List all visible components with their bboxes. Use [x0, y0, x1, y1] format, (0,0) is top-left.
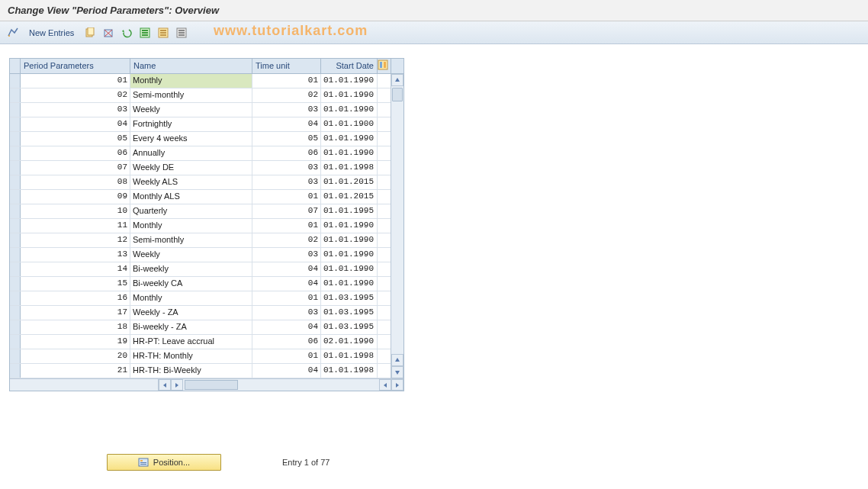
- cell-name[interactable]: Weekly: [130, 248, 252, 262]
- hscroll-left-icon[interactable]: [159, 379, 171, 391]
- cell-time-unit[interactable]: 07: [252, 204, 321, 218]
- cell-name[interactable]: Weekly: [130, 103, 252, 117]
- cell-name[interactable]: Monthly: [130, 291, 252, 305]
- scroll-track[interactable]: [391, 86, 403, 354]
- row-selector[interactable]: [10, 132, 21, 146]
- row-selector[interactable]: [10, 248, 21, 262]
- table-row[interactable]: 02Semi-monthly0201.01.1990: [10, 88, 403, 103]
- cell-start-date[interactable]: 01.01.1990: [321, 219, 378, 233]
- row-selector[interactable]: [10, 219, 21, 233]
- cell-period-param[interactable]: 03: [21, 103, 130, 117]
- row-selector[interactable]: [10, 335, 21, 349]
- cell-start-date[interactable]: 01.01.1990: [321, 262, 378, 276]
- cell-start-date[interactable]: 01.03.1995: [321, 320, 378, 334]
- cell-period-param[interactable]: 16: [21, 291, 130, 305]
- cell-time-unit[interactable]: 01: [252, 219, 321, 233]
- table-row[interactable]: 19HR-PT: Leave accrual0602.01.1990: [10, 335, 403, 349]
- cell-start-date[interactable]: 01.01.1990: [321, 103, 378, 117]
- table-row[interactable]: 20HR-TH: Monthly0101.01.1998: [10, 349, 403, 364]
- cell-name[interactable]: Monthly ALS: [130, 190, 252, 204]
- cell-period-param[interactable]: 07: [21, 161, 130, 175]
- cell-time-unit[interactable]: 01: [252, 349, 321, 363]
- row-selector[interactable]: [10, 103, 21, 117]
- cell-time-unit[interactable]: 04: [252, 364, 321, 378]
- table-row[interactable]: 03Weekly0301.01.1990: [10, 103, 403, 117]
- cell-period-param[interactable]: 21: [21, 364, 130, 378]
- cell-name[interactable]: Semi-monthly: [130, 233, 252, 247]
- cell-time-unit[interactable]: 04: [252, 117, 321, 131]
- cell-period-param[interactable]: 02: [21, 88, 130, 102]
- cell-name[interactable]: Every 4 weeks: [130, 132, 252, 146]
- header-period-parameters[interactable]: Period Parameters: [21, 59, 130, 73]
- cell-period-param[interactable]: 01: [21, 74, 130, 88]
- row-selector[interactable]: [10, 88, 21, 102]
- scroll-thumb[interactable]: [392, 88, 403, 101]
- cell-name[interactable]: HR-TH: Bi-Weekly: [130, 364, 252, 378]
- cell-period-param[interactable]: 09: [21, 190, 130, 204]
- cell-name[interactable]: Semi-monthly: [130, 88, 252, 102]
- cell-name[interactable]: Bi-weekly CA: [130, 277, 252, 291]
- cell-time-unit[interactable]: 01: [252, 74, 321, 88]
- table-row[interactable]: 17Weekly - ZA0301.03.1995: [10, 306, 403, 320]
- cell-period-param[interactable]: 06: [21, 146, 130, 160]
- cell-period-param[interactable]: 04: [21, 117, 130, 131]
- cell-name[interactable]: Bi-weekly - ZA: [130, 320, 252, 334]
- cell-start-date[interactable]: 01.03.1995: [321, 291, 378, 305]
- row-selector[interactable]: [10, 262, 21, 276]
- delete-icon[interactable]: [101, 26, 115, 40]
- cell-start-date[interactable]: 01.01.2015: [321, 175, 378, 189]
- header-time-unit[interactable]: Time unit: [252, 59, 321, 73]
- cell-time-unit[interactable]: 02: [252, 88, 321, 102]
- cell-name[interactable]: Fortnightly: [130, 117, 252, 131]
- cell-name[interactable]: Bi-weekly: [130, 262, 252, 276]
- cell-start-date[interactable]: 01.01.1998: [321, 161, 378, 175]
- table-row[interactable]: 09Monthly ALS0101.01.2015: [10, 190, 403, 204]
- cell-time-unit[interactable]: 01: [252, 291, 321, 305]
- table-row[interactable]: 12Semi-monthly0201.01.1990: [10, 233, 403, 248]
- row-selector[interactable]: [10, 190, 21, 204]
- row-selector[interactable]: [10, 364, 21, 378]
- row-selector[interactable]: [10, 117, 21, 131]
- row-selector[interactable]: [10, 175, 21, 189]
- vertical-scrollbar[interactable]: [391, 74, 403, 378]
- row-selector[interactable]: [10, 233, 21, 247]
- table-row[interactable]: 01Monthly0101.01.1990: [10, 74, 403, 88]
- cell-period-param[interactable]: 14: [21, 262, 130, 276]
- header-configure-icon[interactable]: [378, 59, 391, 73]
- select-block-icon[interactable]: [156, 26, 170, 40]
- cell-name[interactable]: Quarterly: [130, 204, 252, 218]
- cell-period-param[interactable]: 18: [21, 320, 130, 334]
- cell-time-unit[interactable]: 01: [252, 190, 321, 204]
- cell-period-param[interactable]: 15: [21, 277, 130, 291]
- cell-time-unit[interactable]: 03: [252, 175, 321, 189]
- cell-time-unit[interactable]: 02: [252, 233, 321, 247]
- table-row[interactable]: 13Weekly0301.01.1990: [10, 248, 403, 262]
- header-row-selector[interactable]: [10, 59, 21, 73]
- cell-name[interactable]: Monthly: [130, 74, 252, 88]
- table-row[interactable]: 15Bi-weekly CA0401.01.1990: [10, 277, 403, 291]
- cell-start-date[interactable]: 01.01.1990: [321, 277, 378, 291]
- row-selector[interactable]: [10, 291, 21, 305]
- table-row[interactable]: 14Bi-weekly0401.01.1990: [10, 262, 403, 277]
- cell-name[interactable]: Weekly ALS: [130, 175, 252, 189]
- row-selector[interactable]: [10, 277, 21, 291]
- cell-start-date[interactable]: 01.01.1990: [321, 74, 378, 88]
- cell-period-param[interactable]: 19: [21, 335, 130, 349]
- cell-period-param[interactable]: 05: [21, 132, 130, 146]
- hscroll-left2-icon[interactable]: [379, 379, 391, 391]
- row-selector[interactable]: [10, 204, 21, 218]
- table-row[interactable]: 11Monthly0101.01.1990: [10, 219, 403, 233]
- table-row[interactable]: 07Weekly DE0301.01.1998: [10, 161, 403, 175]
- cell-name[interactable]: Weekly - ZA: [130, 306, 252, 320]
- undo-icon[interactable]: [120, 26, 133, 40]
- cell-period-param[interactable]: 20: [21, 349, 130, 363]
- cell-start-date[interactable]: 01.03.1995: [321, 306, 378, 320]
- scroll-down-icon[interactable]: [391, 366, 403, 378]
- select-all-icon[interactable]: [138, 26, 152, 40]
- table-row[interactable]: 10Quarterly0701.01.1995: [10, 204, 403, 219]
- table-row[interactable]: 08Weekly ALS0301.01.2015: [10, 175, 403, 190]
- row-selector[interactable]: [10, 349, 21, 363]
- horizontal-scrollbar[interactable]: [10, 378, 403, 391]
- cell-name[interactable]: Monthly: [130, 219, 252, 233]
- row-selector[interactable]: [10, 306, 21, 320]
